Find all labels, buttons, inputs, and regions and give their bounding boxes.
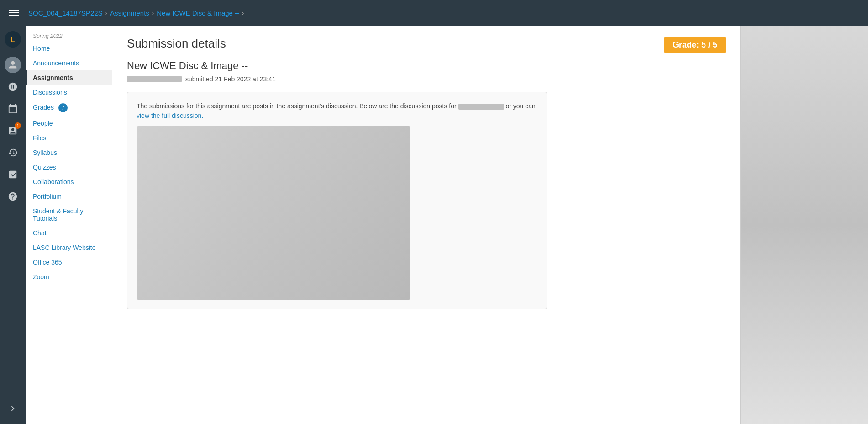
grades-badge: 7 xyxy=(58,103,68,112)
submission-image-placeholder xyxy=(137,126,410,300)
assignment-title: New ICWE Disc & Image -- xyxy=(127,60,726,72)
sidebar-item-people[interactable]: People xyxy=(26,116,112,131)
inbox-badge: 1 xyxy=(15,122,21,129)
sidebar-item-lasc-library[interactable]: LASC Library Website xyxy=(26,240,112,255)
grade-value: 5 / 5 xyxy=(701,40,717,49)
svg-text:L: L xyxy=(11,36,15,43)
activity-stream-icon[interactable] xyxy=(3,77,23,97)
commons-icon[interactable] xyxy=(3,164,23,185)
breadcrumb-assignments[interactable]: Assignments xyxy=(110,9,149,17)
user-icon[interactable] xyxy=(3,55,23,75)
logo-icon[interactable]: L xyxy=(3,29,23,49)
grade-display: Grade: 5 / 5 xyxy=(664,37,726,53)
main-layout: L 1 xyxy=(0,26,868,424)
history-icon[interactable] xyxy=(3,143,23,163)
sidebar-item-portfolium[interactable]: Portfolium xyxy=(26,189,112,204)
inbox-icon[interactable]: 1 xyxy=(3,121,23,141)
sidebar-item-quizzes[interactable]: Quizzes xyxy=(26,160,112,175)
discussion-name-redacted xyxy=(458,104,504,110)
top-bar: SOC_004_14187SP22S › Assignments › New I… xyxy=(0,0,868,26)
sidebar-item-zoom[interactable]: Zoom xyxy=(26,270,112,284)
right-panel xyxy=(740,26,868,424)
breadcrumb-sep2: › xyxy=(152,10,154,16)
calendar-icon[interactable] xyxy=(3,99,23,119)
view-full-discussion-link[interactable]: view the full discussion. xyxy=(137,112,203,119)
submission-description: The submissions for this assignment are … xyxy=(137,101,537,121)
sidebar-item-grades[interactable]: Grades 7 xyxy=(26,100,112,116)
main-content: Submission details Grade: 5 / 5 New ICWE… xyxy=(112,26,740,424)
submitted-text: submitted 21 Feb 2022 at 23:41 xyxy=(185,75,276,83)
hamburger-menu[interactable] xyxy=(7,8,21,18)
content-and-right: Submission details Grade: 5 / 5 New ICWE… xyxy=(112,26,868,424)
grade-label: Grade: xyxy=(673,40,699,49)
sidebar-item-office365[interactable]: Office 365 xyxy=(26,255,112,270)
submission-box: The submissions for this assignment are … xyxy=(127,92,547,309)
collapse-icon[interactable] xyxy=(3,398,23,419)
sidebar: Spring 2022 Home Announcements Assignmen… xyxy=(26,26,112,424)
avatar xyxy=(5,57,21,73)
sidebar-item-chat[interactable]: Chat xyxy=(26,226,112,240)
submitted-line: submitted 21 Feb 2022 at 23:41 xyxy=(127,75,726,83)
breadcrumb: SOC_004_14187SP22S › Assignments › New I… xyxy=(28,9,244,17)
breadcrumb-current: New ICWE Disc & Image -- xyxy=(157,9,239,17)
sidebar-item-home[interactable]: Home xyxy=(26,41,112,56)
sidebar-item-files[interactable]: Files xyxy=(26,131,112,145)
sidebar-item-discussions[interactable]: Discussions xyxy=(26,85,112,100)
page-title: Submission details xyxy=(127,37,726,51)
sidebar-item-assignments[interactable]: Assignments xyxy=(26,70,112,85)
icon-bar: L 1 xyxy=(0,26,26,424)
breadcrumb-sep3: › xyxy=(242,10,244,16)
submitter-name-redacted xyxy=(127,76,182,82)
help-icon[interactable] xyxy=(3,186,23,207)
sidebar-item-collaborations[interactable]: Collaborations xyxy=(26,175,112,189)
breadcrumb-sep1: › xyxy=(105,10,107,16)
semester-label: Spring 2022 xyxy=(26,29,112,41)
sidebar-item-announcements[interactable]: Announcements xyxy=(26,56,112,70)
sidebar-item-syllabus[interactable]: Syllabus xyxy=(26,145,112,160)
breadcrumb-course[interactable]: SOC_004_14187SP22S xyxy=(28,9,103,17)
sidebar-item-student-faculty-tutorials[interactable]: Student & Faculty Tutorials xyxy=(26,204,112,226)
